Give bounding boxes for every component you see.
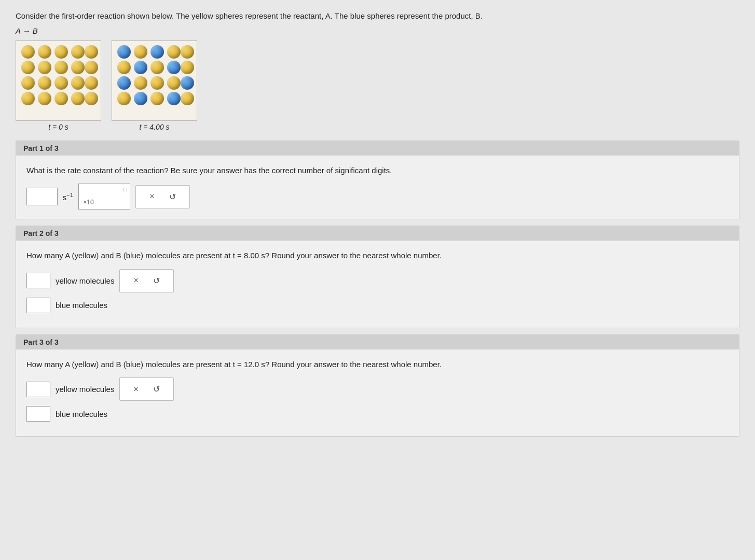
part2-question: How many A (yellow) and B (blue) molecul…: [26, 250, 729, 262]
part2-yellow-action-buttons: × ↺: [119, 269, 173, 292]
part2-undo-button[interactable]: ↺: [149, 274, 164, 288]
part1-sci-input[interactable]: □ ×10: [78, 184, 130, 209]
part1-unit: s−1: [63, 191, 73, 202]
part2-yellow-answer[interactable]: [26, 273, 50, 288]
part1-x-button[interactable]: ×: [145, 190, 158, 203]
part2-section: Part 2 of 3 How many A (yellow) and B (b…: [16, 226, 739, 328]
part3-blue-row: blue molecules: [26, 406, 729, 422]
part1-exp-sup: □: [123, 186, 127, 192]
part3-section: Part 3 of 3 How many A (yellow) and B (b…: [16, 334, 739, 437]
part1-answer-box[interactable]: [26, 188, 58, 205]
part2-yellow-row: yellow molecules × ↺: [26, 269, 729, 292]
part3-blue-label: blue molecules: [56, 410, 107, 418]
t0-image: [16, 40, 101, 121]
reaction-label: A → B: [16, 26, 739, 35]
part1-header: Part 1 of 3: [16, 141, 739, 156]
part2-blue-label: blue molecules: [56, 301, 107, 310]
part1-question: What is the rate constant of the reactio…: [26, 165, 729, 177]
t1-container: t = 4.00 s: [112, 40, 197, 131]
part3-yellow-action-buttons: × ↺: [119, 377, 173, 401]
part3-blue-answer[interactable]: [26, 406, 50, 422]
part3-yellow-label: yellow molecules: [56, 385, 114, 394]
intro-text: Consider the first-order reaction shown …: [16, 10, 739, 22]
part3-question: How many A (yellow) and B (blue) molecul…: [26, 359, 729, 371]
part2-header: Part 2 of 3: [16, 226, 739, 241]
part2-x-button[interactable]: ×: [129, 274, 142, 287]
part2-blue-answer[interactable]: [26, 298, 50, 313]
part1-input-row: s−1 □ ×10 × ↺: [26, 184, 729, 209]
t1-image: [112, 40, 197, 121]
part3-header: Part 3 of 3: [16, 335, 739, 349]
part3-undo-button[interactable]: ↺: [149, 382, 164, 396]
part1-undo-button[interactable]: ↺: [165, 190, 180, 204]
part1-unit-exp: −1: [66, 191, 73, 198]
t0-label: t = 0 s: [48, 123, 68, 131]
part1-section: Part 1 of 3 What is the rate constant of…: [16, 141, 739, 220]
images-row: t = 0 s: [16, 40, 739, 131]
t0-container: t = 0 s: [16, 40, 101, 131]
t1-label: t = 4.00 s: [140, 123, 170, 131]
part1-action-buttons: × ↺: [135, 185, 189, 208]
part3-yellow-row: yellow molecules × ↺: [26, 377, 729, 401]
part2-yellow-label: yellow molecules: [56, 276, 114, 285]
part3-x-button[interactable]: ×: [129, 383, 142, 396]
part1-times10: ×10: [83, 199, 93, 206]
part3-yellow-answer[interactable]: [26, 382, 50, 397]
part2-blue-row: blue molecules: [26, 298, 729, 313]
